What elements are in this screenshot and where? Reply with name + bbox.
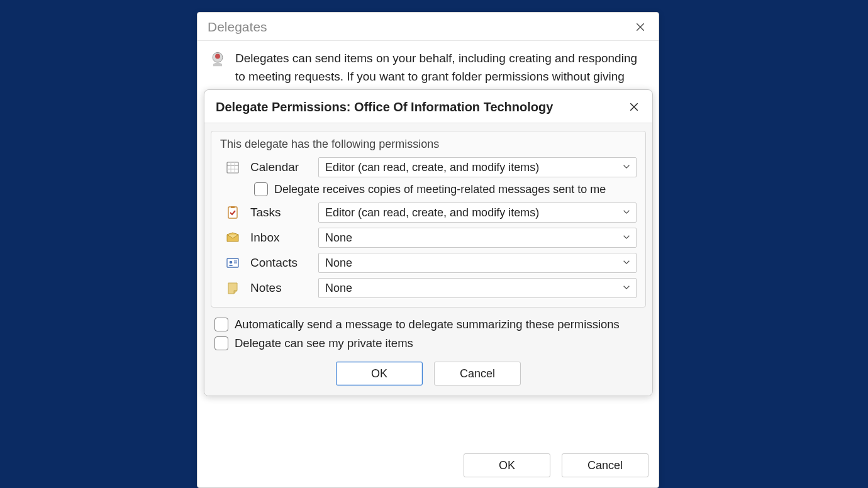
delegates-close-button[interactable] — [632, 19, 648, 35]
delegates-description-text: Delegates can send items on your behalf,… — [235, 50, 647, 86]
delegates-cancel-button[interactable]: Cancel — [562, 453, 648, 477]
close-icon — [628, 101, 640, 113]
private-items-checkbox[interactable] — [214, 336, 228, 350]
permissions-title: Delegate Permissions: Office Of Informat… — [216, 100, 553, 114]
chevron-down-icon — [622, 206, 631, 219]
svg-rect-8 — [231, 206, 235, 208]
inbox-dropdown-value: None — [325, 231, 352, 245]
permissions-cancel-button[interactable]: Cancel — [434, 362, 521, 385]
calendar-copy-label: Delegate receives copies of meeting-rela… — [274, 183, 606, 196]
notes-icon — [220, 280, 245, 296]
calendar-row: Calendar Editor (can read, create, and m… — [220, 157, 637, 177]
calendar-copy-checkbox-row: Delegate receives copies of meeting-rela… — [254, 182, 637, 196]
delegates-button-row: OK Cancel — [464, 453, 648, 477]
calendar-label: Calendar — [250, 160, 313, 174]
permissions-close-button[interactable] — [626, 99, 642, 115]
close-icon — [635, 21, 646, 33]
permissions-title-bar: Delegate Permissions: Office Of Informat… — [204, 90, 652, 123]
tasks-label: Tasks — [250, 206, 313, 219]
inbox-row: Inbox None — [220, 228, 637, 248]
notes-row: Notes None — [220, 278, 637, 298]
private-items-label: Delegate can see my private items — [235, 336, 413, 350]
tasks-dropdown[interactable]: Editor (can read, create, and modify ite… — [318, 202, 637, 223]
svg-rect-2 — [227, 162, 238, 173]
inbox-dropdown[interactable]: None — [318, 228, 637, 248]
chevron-down-icon — [622, 231, 631, 245]
chevron-down-icon — [622, 161, 631, 174]
tasks-row: Tasks Editor (can read, create, and modi… — [220, 202, 637, 223]
inbox-icon — [220, 230, 245, 245]
private-items-row: Delegate can see my private items — [214, 336, 646, 350]
chevron-down-icon — [622, 282, 631, 295]
permissions-section: This delegate has the following permissi… — [211, 131, 646, 308]
tasks-dropdown-value: Editor (can read, create, and modify ite… — [325, 206, 539, 219]
delegates-title: Delegates — [208, 19, 267, 35]
auto-send-row: Automatically send a message to delegate… — [214, 318, 646, 331]
svg-point-10 — [230, 261, 233, 264]
permissions-intro: This delegate has the following permissi… — [220, 138, 637, 151]
notes-dropdown[interactable]: None — [318, 278, 637, 298]
contacts-dropdown-value: None — [325, 257, 352, 270]
inbox-label: Inbox — [250, 231, 313, 245]
chevron-down-icon — [622, 257, 631, 270]
notes-dropdown-value: None — [325, 282, 352, 295]
tasks-icon — [220, 205, 245, 220]
permissions-content: This delegate has the following permissi… — [204, 123, 652, 396]
delegates-description-row: Delegates can send items on your behalf,… — [198, 41, 659, 86]
auto-send-checkbox[interactable] — [214, 318, 228, 331]
svg-point-1 — [215, 54, 220, 59]
svg-rect-7 — [228, 207, 237, 218]
notes-label: Notes — [250, 281, 313, 295]
auto-send-label: Automatically send a message to delegate… — [235, 318, 620, 331]
permissions-button-row: OK Cancel — [204, 362, 652, 385]
contacts-label: Contacts — [250, 256, 313, 270]
calendar-dropdown[interactable]: Editor (can read, create, and modify ite… — [318, 157, 637, 177]
delegate-permissions-dialog: Delegate Permissions: Office Of Informat… — [204, 89, 653, 396]
contacts-dropdown[interactable]: None — [318, 253, 637, 273]
calendar-icon — [220, 160, 245, 175]
contacts-row: Contacts None — [220, 253, 637, 273]
delegates-title-bar: Delegates — [198, 13, 659, 41]
delegates-ok-button[interactable]: OK — [464, 453, 550, 477]
contacts-icon — [220, 255, 245, 270]
permissions-ok-button[interactable]: OK — [336, 362, 423, 385]
calendar-dropdown-value: Editor (can read, create, and modify ite… — [325, 161, 539, 174]
delegate-icon — [209, 50, 226, 86]
bottom-checkboxes: Automatically send a message to delegate… — [204, 314, 652, 350]
calendar-copy-checkbox[interactable] — [254, 182, 268, 196]
